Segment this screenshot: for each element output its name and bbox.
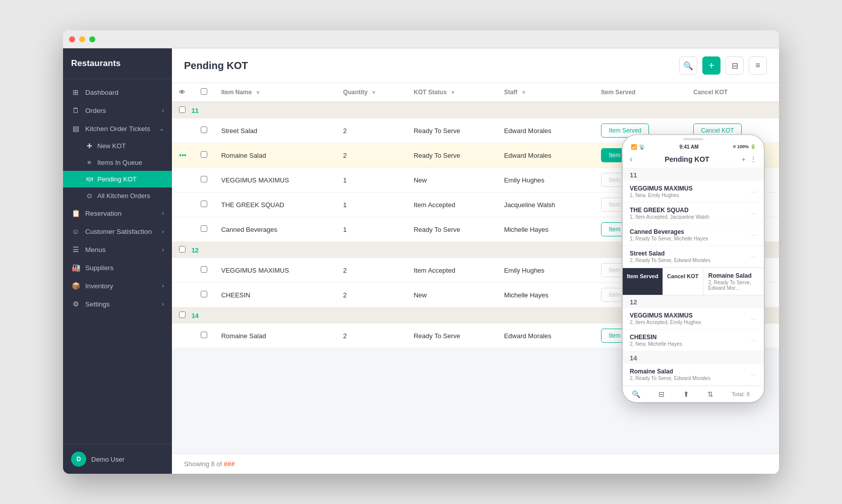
sidebar-item-label: Dashboard [85, 89, 118, 96]
mac-window: Restaurants ⊞ Dashboard 🗒 Orders › ▤ [63, 30, 779, 474]
cancel-kot-button[interactable]: Cancel KOT [693, 148, 741, 162]
avatar: D [71, 452, 86, 467]
row-staff: Edward Morales [497, 118, 594, 143]
group-checkbox-14[interactable] [179, 311, 186, 318]
sidebar-item-label: Kitchen Order Tickets [85, 125, 150, 133]
avatar-initials: D [77, 456, 81, 463]
th-eye: 👁 [172, 83, 194, 102]
chevron-down-icon: ⌄ [159, 125, 164, 132]
sidebar-item-orders[interactable]: 🗒 Orders › [63, 101, 172, 119]
sidebar-item-customer-satisfaction[interactable]: ☺ Customer Satisfaction › [63, 222, 172, 240]
row-item-served: Item Served [594, 118, 686, 143]
sidebar-item-label: Orders [85, 107, 106, 114]
row-cancel-kot: Cancel KOT [686, 143, 779, 168]
item-served-button[interactable]: Item Served [601, 222, 649, 236]
select-all-checkbox[interactable] [201, 88, 207, 95]
row-quantity: 1 [336, 217, 407, 242]
row-checkbox[interactable] [201, 176, 207, 182]
filter-button[interactable]: ⊟ [726, 56, 744, 75]
row-checkbox[interactable] [201, 201, 207, 207]
row-item-served: Item Served [594, 168, 686, 193]
item-served-button-disabled: Item Served [601, 173, 649, 187]
search-button[interactable]: 🔍 [679, 56, 697, 75]
sidebar-item-kot[interactable]: ▤ Kitchen Order Tickets ⌄ [63, 119, 172, 138]
satisfaction-icon: ☺ [71, 227, 80, 235]
sidebar-sub-label: Pending KOT [97, 175, 137, 183]
group-checkbox-11[interactable] [179, 106, 186, 113]
item-served-button-disabled: Item Served [601, 288, 649, 302]
sidebar-item-suppliers[interactable]: 🏭 Suppliers [63, 259, 172, 277]
chevron-right-icon: › [162, 228, 164, 234]
col-filter-icon: ▼ [450, 90, 455, 95]
col-label: Staff [504, 89, 518, 96]
row-quantity: 2 [336, 283, 407, 307]
sidebar-sub-label: Items In Queue [97, 159, 142, 166]
group-id: 12 [192, 246, 199, 254]
row-eye [172, 258, 194, 283]
group-checkbox-12[interactable] [179, 246, 186, 253]
close-button[interactable] [69, 36, 75, 42]
row-quantity: 2 [336, 324, 407, 348]
th-quantity: Quantity ▼ [336, 83, 407, 102]
sidebar-item-inventory[interactable]: 📦 Inventory › [63, 277, 172, 295]
app-body: Restaurants ⊞ Dashboard 🗒 Orders › ▤ [63, 48, 779, 474]
row-staff: Emily Hughes [497, 258, 594, 283]
eye-icon: 👁 [179, 89, 185, 96]
sidebar-item-reservation[interactable]: 📋 Reservation › [63, 204, 172, 222]
sidebar-item-label: Reservation [85, 210, 122, 217]
sidebar-item-items-in-queue[interactable]: ≡ Items In Queue [63, 154, 172, 171]
item-served-button[interactable]: Item Served [601, 148, 649, 162]
th-check [194, 83, 214, 102]
sidebar-item-all-kitchen-orders[interactable]: ⊙ All Kitchen Orders [63, 187, 172, 204]
row-cancel-kot [686, 258, 779, 283]
row-staff: Michelle Hayes [497, 283, 594, 307]
row-cancel-kot [686, 283, 779, 307]
row-item-served: Item Served [594, 258, 686, 283]
row-checkbox[interactable] [201, 151, 207, 158]
group-row-14: 14 [172, 307, 779, 324]
header-actions: 🔍 + ⊟ ≡ [679, 56, 767, 75]
row-checkbox[interactable] [201, 127, 207, 133]
row-item-name: Romaine Salad [214, 143, 336, 168]
menu-button[interactable]: ≡ [749, 56, 767, 75]
row-item-name: VEGGIMUS MAXIMUS [214, 258, 336, 283]
row-item-served: Item Served [594, 143, 686, 168]
table-area[interactable]: 👁 Item Name ▼ Quantity [172, 83, 779, 454]
sidebar-item-pending-kot[interactable]: 🍽 Pending KOT [63, 171, 172, 187]
maximize-button[interactable] [89, 36, 95, 42]
row-item-name: Romaine Salad [214, 324, 336, 348]
cancel-kot-button[interactable]: Cancel KOT [693, 123, 741, 138]
table-row: VEGGIMUS MAXIMUS 1 New Emily Hughes Item… [172, 168, 779, 193]
col-filter-icon: ▼ [256, 90, 261, 95]
add-button[interactable]: + [702, 56, 720, 75]
sidebar-item-settings[interactable]: ⚙ Settings › [63, 295, 172, 313]
sidebar-item-menus[interactable]: ☰ Menus › [63, 240, 172, 259]
chevron-right-icon: › [162, 301, 164, 307]
sidebar-item-dashboard[interactable]: ⊞ Dashboard [63, 83, 172, 101]
title-bar [63, 30, 779, 48]
row-eye [172, 168, 194, 193]
col-label: Quantity [343, 89, 368, 96]
table-row: ••• Romaine Salad 2 Ready To Serve Edwar… [172, 143, 779, 168]
row-item-name: CHEESIN [214, 283, 336, 307]
row-checkbox[interactable] [201, 291, 207, 297]
item-served-button-disabled: Item Served [601, 198, 649, 212]
th-kot-status: KOT Status ▼ [406, 83, 497, 102]
main-content: Pending KOT 🔍 + ⊟ ≡ [172, 48, 779, 474]
table-row: Canned Beverages 1 Ready To Serve Michel… [172, 217, 779, 242]
row-staff: Jacqueline Walsh [497, 193, 594, 217]
suppliers-icon: 🏭 [71, 264, 80, 272]
row-checkbox[interactable] [201, 266, 207, 273]
item-served-button[interactable]: Item Served [601, 329, 649, 343]
item-served-button[interactable]: Item Served [601, 123, 649, 138]
row-checkbox[interactable] [201, 332, 207, 338]
row-checkbox[interactable] [201, 225, 207, 232]
row-item-name: VEGGIMUS MAXIMUS [214, 168, 336, 193]
sidebar-item-label: Settings [85, 300, 110, 308]
sidebar-footer: D Demo User [63, 444, 172, 474]
new-kot-icon: ✚ [85, 142, 93, 150]
sidebar-item-new-kot[interactable]: ✚ New KOT [63, 138, 172, 154]
add-icon: + [708, 60, 714, 72]
page-title: Pending KOT [184, 60, 248, 72]
minimize-button[interactable] [79, 36, 85, 42]
